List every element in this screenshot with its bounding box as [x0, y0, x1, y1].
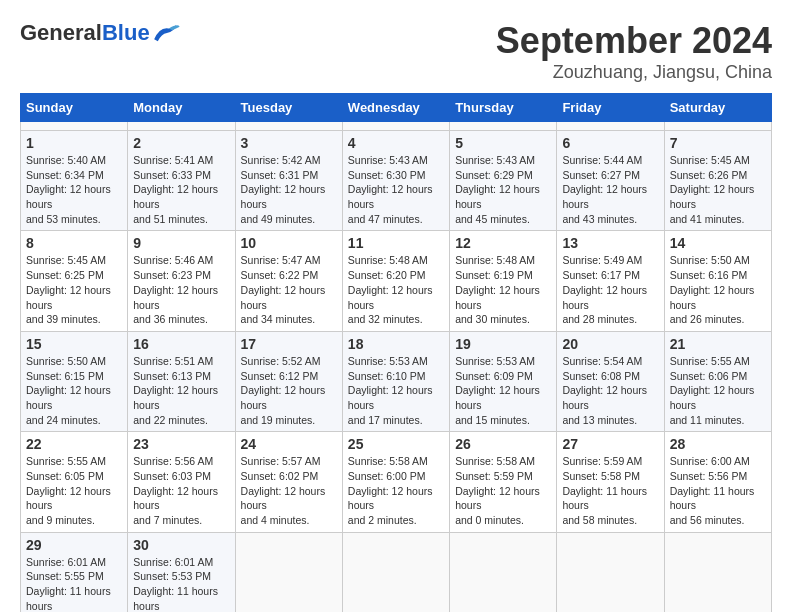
day-number: 28 — [670, 436, 766, 452]
cell-sunset: Sunset: 6:02 PM — [241, 470, 319, 482]
cell-sunrise: Sunrise: 5:43 AM — [348, 154, 428, 166]
calendar-cell: 14Sunrise: 5:50 AMSunset: 6:16 PMDayligh… — [664, 231, 771, 331]
cell-daylight-label: Daylight: 12 hours hours — [670, 183, 755, 210]
cell-sunrise: Sunrise: 6:00 AM — [670, 455, 750, 467]
calendar-cell — [235, 122, 342, 131]
calendar-cell: 18Sunrise: 5:53 AMSunset: 6:10 PMDayligh… — [342, 331, 449, 431]
day-number: 26 — [455, 436, 551, 452]
calendar-cell: 5Sunrise: 5:43 AMSunset: 6:29 PMDaylight… — [450, 131, 557, 231]
day-number: 23 — [133, 436, 229, 452]
cell-daylight-label: Daylight: 12 hours hours — [133, 183, 218, 210]
day-number: 30 — [133, 537, 229, 553]
cell-daylight-minutes: and 30 minutes. — [455, 313, 530, 325]
cell-sunrise: Sunrise: 5:44 AM — [562, 154, 642, 166]
cell-sunset: Sunset: 5:59 PM — [455, 470, 533, 482]
cell-daylight-minutes: and 11 minutes. — [670, 414, 745, 426]
calendar-cell: 6Sunrise: 5:44 AMSunset: 6:27 PMDaylight… — [557, 131, 664, 231]
cell-sunrise: Sunrise: 5:58 AM — [455, 455, 535, 467]
column-header-sunday: Sunday — [21, 94, 128, 122]
cell-sunrise: Sunrise: 5:45 AM — [670, 154, 750, 166]
day-number: 5 — [455, 135, 551, 151]
cell-sunset: Sunset: 6:31 PM — [241, 169, 319, 181]
day-number: 20 — [562, 336, 658, 352]
page-subtitle: Zouzhuang, Jiangsu, China — [496, 62, 772, 83]
cell-daylight-label: Daylight: 12 hours hours — [670, 384, 755, 411]
day-number: 4 — [348, 135, 444, 151]
cell-daylight-minutes: and 22 minutes. — [133, 414, 208, 426]
calendar-cell: 19Sunrise: 5:53 AMSunset: 6:09 PMDayligh… — [450, 331, 557, 431]
calendar-cell: 16Sunrise: 5:51 AMSunset: 6:13 PMDayligh… — [128, 331, 235, 431]
calendar-cell: 8Sunrise: 5:45 AMSunset: 6:25 PMDaylight… — [21, 231, 128, 331]
calendar-cell: 17Sunrise: 5:52 AMSunset: 6:12 PMDayligh… — [235, 331, 342, 431]
cell-sunset: Sunset: 6:05 PM — [26, 470, 104, 482]
logo-bird-icon — [152, 23, 180, 43]
column-header-wednesday: Wednesday — [342, 94, 449, 122]
calendar-cell: 22Sunrise: 5:55 AMSunset: 6:05 PMDayligh… — [21, 432, 128, 532]
cell-daylight-minutes: and 15 minutes. — [455, 414, 530, 426]
cell-sunrise: Sunrise: 5:47 AM — [241, 254, 321, 266]
column-header-tuesday: Tuesday — [235, 94, 342, 122]
cell-daylight-label: Daylight: 12 hours hours — [562, 183, 647, 210]
calendar-week-row — [21, 122, 772, 131]
cell-sunrise: Sunrise: 5:53 AM — [348, 355, 428, 367]
day-number: 12 — [455, 235, 551, 251]
cell-daylight-label: Daylight: 12 hours hours — [670, 284, 755, 311]
calendar-cell: 21Sunrise: 5:55 AMSunset: 6:06 PMDayligh… — [664, 331, 771, 431]
cell-sunrise: Sunrise: 5:48 AM — [348, 254, 428, 266]
cell-sunset: Sunset: 6:23 PM — [133, 269, 211, 281]
day-number: 9 — [133, 235, 229, 251]
day-number: 3 — [241, 135, 337, 151]
calendar-header-row: SundayMondayTuesdayWednesdayThursdayFrid… — [21, 94, 772, 122]
cell-sunrise: Sunrise: 5:59 AM — [562, 455, 642, 467]
cell-daylight-label: Daylight: 11 hours hours — [133, 585, 218, 612]
cell-sunrise: Sunrise: 5:43 AM — [455, 154, 535, 166]
calendar-cell: 3Sunrise: 5:42 AMSunset: 6:31 PMDaylight… — [235, 131, 342, 231]
day-number: 22 — [26, 436, 122, 452]
cell-daylight-label: Daylight: 12 hours hours — [348, 384, 433, 411]
cell-sunrise: Sunrise: 5:57 AM — [241, 455, 321, 467]
cell-sunset: Sunset: 6:13 PM — [133, 370, 211, 382]
cell-daylight-label: Daylight: 12 hours hours — [26, 284, 111, 311]
cell-daylight-label: Daylight: 11 hours hours — [670, 485, 755, 512]
day-number: 21 — [670, 336, 766, 352]
cell-daylight-minutes: and 19 minutes. — [241, 414, 316, 426]
cell-sunrise: Sunrise: 5:55 AM — [670, 355, 750, 367]
day-number: 29 — [26, 537, 122, 553]
cell-sunrise: Sunrise: 5:58 AM — [348, 455, 428, 467]
day-number: 14 — [670, 235, 766, 251]
page-header: GeneralBlue September 2024 Zouzhuang, Ji… — [20, 20, 772, 83]
day-number: 24 — [241, 436, 337, 452]
cell-daylight-label: Daylight: 12 hours hours — [26, 485, 111, 512]
cell-sunset: Sunset: 5:53 PM — [133, 570, 211, 582]
calendar-cell: 28Sunrise: 6:00 AMSunset: 5:56 PMDayligh… — [664, 432, 771, 532]
calendar-cell — [342, 532, 449, 612]
cell-sunrise: Sunrise: 5:52 AM — [241, 355, 321, 367]
cell-sunset: Sunset: 6:19 PM — [455, 269, 533, 281]
cell-sunrise: Sunrise: 5:55 AM — [26, 455, 106, 467]
cell-sunset: Sunset: 5:58 PM — [562, 470, 640, 482]
cell-sunset: Sunset: 6:29 PM — [455, 169, 533, 181]
calendar-cell: 29Sunrise: 6:01 AMSunset: 5:55 PMDayligh… — [21, 532, 128, 612]
cell-sunrise: Sunrise: 5:50 AM — [670, 254, 750, 266]
day-number: 27 — [562, 436, 658, 452]
calendar-cell: 24Sunrise: 5:57 AMSunset: 6:02 PMDayligh… — [235, 432, 342, 532]
logo: GeneralBlue — [20, 20, 180, 46]
cell-daylight-label: Daylight: 12 hours hours — [241, 183, 326, 210]
cell-daylight-minutes: and 34 minutes. — [241, 313, 316, 325]
cell-daylight-minutes: and 49 minutes. — [241, 213, 316, 225]
cell-daylight-label: Daylight: 12 hours hours — [348, 183, 433, 210]
cell-sunrise: Sunrise: 5:42 AM — [241, 154, 321, 166]
calendar-week-row: 1Sunrise: 5:40 AMSunset: 6:34 PMDaylight… — [21, 131, 772, 231]
calendar-cell — [557, 122, 664, 131]
calendar-cell — [235, 532, 342, 612]
cell-sunset: Sunset: 6:27 PM — [562, 169, 640, 181]
cell-daylight-label: Daylight: 12 hours hours — [562, 384, 647, 411]
day-number: 6 — [562, 135, 658, 151]
cell-daylight-label: Daylight: 12 hours hours — [241, 485, 326, 512]
calendar-cell: 12Sunrise: 5:48 AMSunset: 6:19 PMDayligh… — [450, 231, 557, 331]
calendar-cell: 13Sunrise: 5:49 AMSunset: 6:17 PMDayligh… — [557, 231, 664, 331]
day-number: 15 — [26, 336, 122, 352]
calendar-cell — [557, 532, 664, 612]
cell-sunrise: Sunrise: 5:41 AM — [133, 154, 213, 166]
calendar-week-row: 29Sunrise: 6:01 AMSunset: 5:55 PMDayligh… — [21, 532, 772, 612]
